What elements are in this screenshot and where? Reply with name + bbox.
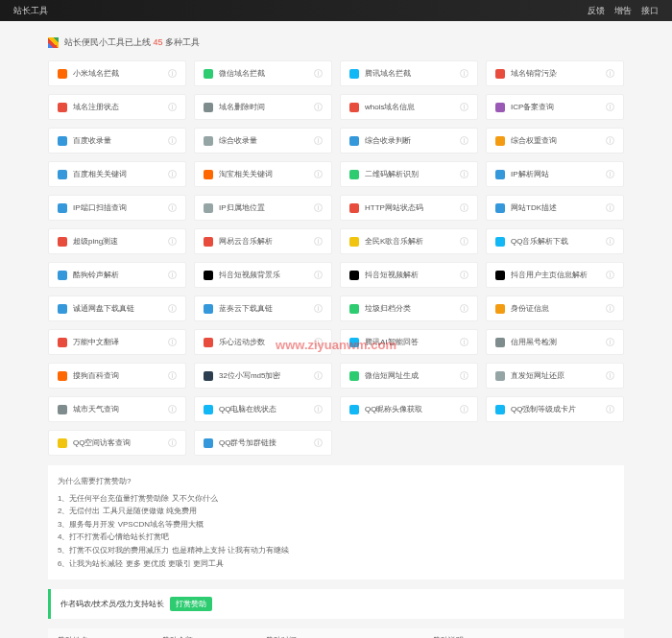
info-icon[interactable]: i (168, 371, 177, 380)
info-icon[interactable]: i (460, 69, 468, 78)
tool-card[interactable]: IP解析网站i (486, 161, 624, 187)
info-icon[interactable]: i (460, 203, 468, 212)
tool-card[interactable]: 万能中文翻译i (48, 329, 186, 355)
tool-card[interactable]: 32位小写md5加密i (194, 363, 332, 389)
info-icon[interactable]: i (606, 170, 614, 178)
tool-card[interactable]: 乐心运动步数i (194, 329, 332, 355)
tool-card[interactable]: whois域名信息i (340, 94, 478, 120)
tool-card[interactable]: 小米域名拦截i (48, 60, 186, 86)
tool-card[interactable]: 综合收录量i (194, 128, 332, 154)
info-icon[interactable]: i (460, 170, 468, 178)
info-icon[interactable]: i (606, 103, 614, 111)
info-icon[interactable]: i (314, 271, 323, 279)
tool-card[interactable]: 城市天气查询i (48, 396, 186, 422)
info-icon[interactable]: i (606, 271, 614, 279)
nav-feedback[interactable]: 反馈 (588, 5, 605, 17)
tool-card[interactable]: 二维码解析识别i (340, 161, 478, 187)
info-icon[interactable]: i (606, 136, 614, 145)
tool-card[interactable]: 网易云音乐解析i (194, 228, 332, 254)
tool-card[interactable]: 微信短网址生成i (340, 363, 478, 389)
info-icon[interactable]: i (314, 371, 323, 380)
tool-card[interactable]: 诚通网盘下载真链i (48, 295, 186, 321)
info-icon[interactable]: i (606, 69, 614, 78)
info-icon[interactable]: i (168, 438, 177, 447)
tool-card[interactable]: 抖音用户主页信息解析i (486, 262, 624, 288)
tool-card[interactable]: 百度相关关键词i (48, 161, 186, 187)
info-icon[interactable]: i (460, 405, 468, 414)
info-icon[interactable]: i (460, 103, 468, 111)
info-icon[interactable]: i (314, 203, 323, 212)
tool-label: QQ音乐解析下载 (511, 236, 568, 247)
info-icon[interactable]: i (314, 405, 323, 414)
info-icon[interactable]: i (606, 237, 614, 246)
info-icon[interactable]: i (168, 203, 177, 212)
tool-card[interactable]: 直发短网址还原i (486, 363, 624, 389)
tool-card[interactable]: HTTP网站状态码i (340, 195, 478, 221)
tool-card[interactable]: 全民K歌音乐解析i (340, 228, 478, 254)
tool-card[interactable]: 信用黑号检测i (486, 329, 624, 355)
info-icon[interactable]: i (314, 136, 323, 145)
info-icon[interactable]: i (460, 371, 468, 380)
tool-card[interactable]: QQ音乐解析下载i (486, 228, 624, 254)
tool-card[interactable]: 腾讯AI智能回答i (340, 329, 478, 355)
info-icon[interactable]: i (314, 103, 323, 111)
info-icon[interactable]: i (168, 304, 177, 313)
tool-card[interactable]: 抖音短视频背景乐i (194, 262, 332, 288)
info-icon[interactable]: i (168, 271, 177, 279)
tool-card[interactable]: 超级ping测速i (48, 228, 186, 254)
tool-card[interactable]: QQ昵称头像获取i (340, 396, 478, 422)
tool-card[interactable]: 域名销背污染i (486, 60, 624, 86)
info-icon[interactable]: i (314, 170, 323, 178)
info-icon[interactable]: i (168, 170, 177, 178)
tool-card[interactable]: IP归属地位置i (194, 195, 332, 221)
info-icon[interactable]: i (606, 338, 614, 346)
tool-label: 腾讯域名拦截 (365, 68, 411, 79)
info-icon[interactable]: i (314, 338, 323, 346)
info-icon[interactable]: i (314, 237, 323, 246)
info-icon[interactable]: i (460, 237, 468, 246)
tool-card[interactable]: 微信域名拦截i (194, 60, 332, 86)
info-icon[interactable]: i (168, 338, 177, 346)
info-icon[interactable]: i (168, 237, 177, 246)
banner-count: 45 (154, 37, 163, 47)
info-icon[interactable]: i (168, 69, 177, 78)
tool-card[interactable]: 综合收录判断i (340, 128, 478, 154)
info-icon[interactable]: i (460, 338, 468, 346)
tool-card[interactable]: 综合权重查询i (486, 128, 624, 154)
info-icon[interactable]: i (314, 69, 323, 78)
nav-api[interactable]: 接口 (641, 5, 659, 17)
tool-card[interactable]: 域名删除时间i (194, 94, 332, 120)
tool-card[interactable]: 网站TDK描述i (486, 195, 624, 221)
nav-ads[interactable]: 增告 (614, 5, 632, 17)
tool-card[interactable]: ICP备案查询i (486, 94, 624, 120)
tool-card[interactable]: QQ电脑在线状态i (194, 396, 332, 422)
info-icon[interactable]: i (460, 271, 468, 279)
info-icon[interactable]: i (606, 405, 614, 414)
tool-card[interactable]: QQ强制等级成卡片i (486, 396, 624, 422)
tool-card[interactable]: 域名注册状态i (48, 94, 186, 120)
tool-card[interactable]: QQ群号加群链接i (194, 430, 332, 456)
info-icon[interactable]: i (460, 136, 468, 145)
tool-card[interactable]: QQ空间访客查询i (48, 430, 186, 456)
tool-card[interactable]: 垃圾归档分类i (340, 295, 478, 321)
info-icon[interactable]: i (314, 304, 323, 313)
tool-card[interactable]: 酷狗铃声解析i (48, 262, 186, 288)
tool-card[interactable]: 身份证信息i (486, 295, 624, 321)
info-icon[interactable]: i (314, 438, 323, 447)
info-icon[interactable]: i (168, 103, 177, 111)
tool-card[interactable]: 淘宝相关关键词i (194, 161, 332, 187)
info-icon[interactable]: i (606, 203, 614, 212)
info-icon[interactable]: i (460, 304, 468, 313)
tool-card[interactable]: 百度收录量i (48, 128, 186, 154)
tool-card[interactable]: 搜狗百科查询i (48, 363, 186, 389)
sponsor-button[interactable]: 打赏赞助 (170, 597, 212, 611)
info-icon[interactable]: i (168, 405, 177, 414)
tool-card[interactable]: 抖音短视频解析i (340, 262, 478, 288)
tool-card[interactable]: 腾讯域名拦截i (340, 60, 478, 86)
info-icon[interactable]: i (168, 136, 177, 145)
info-icon[interactable]: i (606, 371, 614, 380)
info-icon[interactable]: i (606, 304, 614, 313)
tool-card[interactable]: 蓝奏云下载真链i (194, 295, 332, 321)
tool-icon (58, 170, 67, 179)
tool-card[interactable]: IP端口扫描查询i (48, 195, 186, 221)
